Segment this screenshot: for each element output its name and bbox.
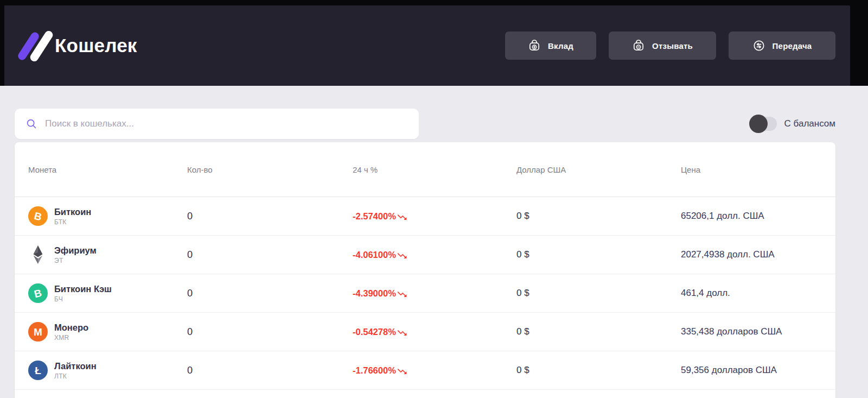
wallet-minus-icon — [632, 39, 645, 52]
coin-price: 461,4 долл. — [681, 288, 835, 299]
monero-icon: M — [28, 322, 48, 342]
coin-usd-balance: 0 $ — [516, 365, 681, 376]
coin-symbol: XMR — [54, 334, 88, 342]
ethereum-icon — [28, 245, 48, 264]
coin-24h-change: -4.39000% — [353, 288, 396, 299]
coin-quantity: 0 — [187, 326, 353, 338]
controls-row: С балансом — [15, 109, 835, 139]
table-body: B Биткоин БТК 0 -2.57400% 0 $ 65206,1 до… — [15, 197, 835, 390]
column-header-price: Цена — [681, 165, 835, 174]
table-row[interactable]: M Монеро XMR 0 -0.54278% 0 $ 335,438 дол… — [15, 313, 835, 351]
balance-toggle[interactable] — [751, 117, 777, 131]
coin-usd-balance: 0 $ — [516, 211, 681, 222]
coin-24h-change: -0.54278% — [353, 327, 396, 337]
trending-down-icon — [397, 287, 407, 300]
bitcoin-icon: B — [28, 206, 48, 226]
coin-symbol: ЭТ — [54, 257, 97, 264]
coin-price: 335,438 долларов США — [681, 326, 835, 337]
column-header-24h: 24 ч % — [353, 165, 516, 174]
wallet-page: Кошелек Вклад — [0, 0, 868, 398]
coin-quantity: 0 — [187, 249, 353, 261]
coin-name: Монеро — [54, 323, 88, 333]
coin-name: Эфириум — [54, 245, 97, 256]
header-actions: Вклад Отзывать — [505, 31, 835, 60]
toggle-knob[interactable] — [749, 115, 768, 133]
trending-down-icon — [397, 210, 407, 223]
brand: Кошелек — [19, 28, 137, 64]
coin-price: 65206,1 долл. США — [681, 211, 835, 222]
coin-24h-change: -4.06100% — [353, 250, 396, 260]
coin-24h-change: -1.76600% — [353, 365, 396, 376]
coin-quantity: 0 — [187, 211, 353, 222]
transfer-arrows-icon — [752, 39, 765, 52]
coin-name: Лайткоин — [54, 361, 97, 371]
litecoin-icon: Ł — [28, 361, 48, 380]
coin-usd-balance: 0 $ — [516, 249, 681, 260]
coin-24h-change: -2.57400% — [353, 211, 396, 222]
wallets-table: Монета Кол-во 24 ч % Доллар США Цена B Б… — [15, 142, 835, 398]
balance-toggle-label: С балансом — [784, 118, 835, 129]
coin-symbol: ЛТК — [54, 372, 97, 380]
coin-price: 2027,4938 долл. США — [681, 249, 835, 260]
transfer-button-label: Передача — [773, 41, 812, 50]
search-input[interactable] — [44, 118, 410, 130]
withdraw-button[interactable]: Отзывать — [609, 31, 716, 60]
header-band: Кошелек Вклад — [0, 0, 868, 86]
column-header-amount: Кол-во — [187, 165, 353, 174]
deposit-button-label: Вклад — [548, 41, 573, 50]
header: Кошелек Вклад — [4, 5, 850, 86]
search-icon — [15, 118, 37, 130]
table-row[interactable]: Ł Лайткоин ЛТК 0 -1.76600% 0 $ 59,356 до… — [15, 351, 835, 390]
coin-symbol: БТК — [54, 218, 91, 226]
trending-down-icon — [397, 364, 407, 377]
table-header-row: Монета Кол-во 24 ч % Доллар США Цена — [15, 142, 835, 197]
wallet-logo-icon — [19, 28, 54, 64]
coin-quantity: 0 — [187, 288, 353, 299]
coin-quantity: 0 — [187, 365, 353, 376]
coin-name: Биткоин Кэш — [54, 284, 112, 294]
column-header-usd: Доллар США — [516, 165, 681, 174]
table-row[interactable]: Эфириум ЭТ 0 -4.06100% 0 $ 2027,4938 дол… — [15, 236, 835, 274]
deposit-button[interactable]: Вклад — [505, 31, 596, 60]
transfer-button[interactable]: Передача — [729, 31, 835, 60]
bitcoin-cash-icon: B — [28, 283, 48, 303]
coin-name: Биткоин — [54, 207, 91, 217]
coin-symbol: БЧ — [54, 295, 112, 303]
search-box — [15, 109, 419, 139]
coin-price: 59,356 долларов США — [681, 365, 835, 376]
coin-usd-balance: 0 $ — [516, 288, 681, 299]
table-row[interactable]: B Биткоин Кэш БЧ 0 -4.39000% 0 $ 461,4 д… — [15, 274, 835, 313]
table-row[interactable]: B Биткоин БТК 0 -2.57400% 0 $ 65206,1 до… — [15, 197, 835, 236]
wallet-plus-icon — [528, 39, 541, 52]
coin-usd-balance: 0 $ — [516, 326, 681, 337]
trending-down-icon — [397, 249, 407, 261]
withdraw-button-label: Отзывать — [652, 41, 693, 50]
app-title: Кошелек — [55, 35, 137, 56]
column-header-coin: Монета — [28, 165, 187, 174]
balance-toggle-wrap: С балансом — [751, 109, 835, 139]
trending-down-icon — [397, 326, 407, 338]
